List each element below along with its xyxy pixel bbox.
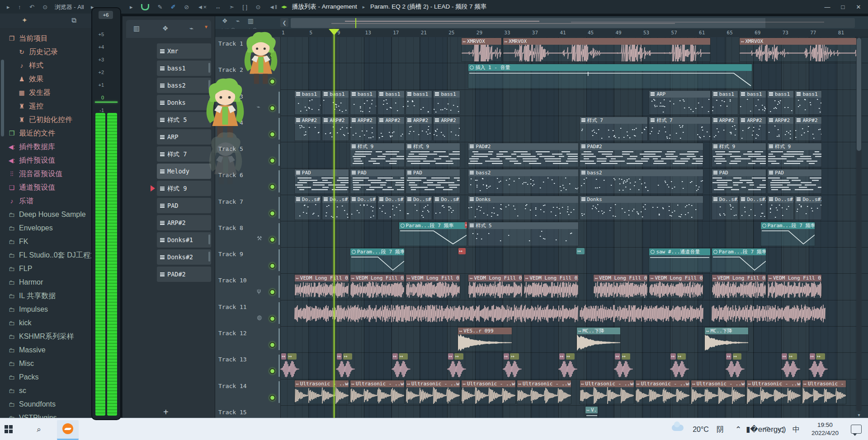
pattern-menu-icon[interactable] xyxy=(160,238,165,242)
pattern-menu-icon[interactable] xyxy=(160,49,165,53)
playlist-clip[interactable]: ARP#2 xyxy=(767,117,794,141)
browser-item[interactable]: 🗀Harmor xyxy=(6,276,43,289)
volume-icon[interactable]: ◁) xyxy=(775,418,788,440)
playlist-clip[interactable]: ARP#2 xyxy=(350,117,377,141)
snap-magnet-icon[interactable] xyxy=(141,4,149,10)
playlist-clip[interactable]: PAD xyxy=(712,169,766,193)
playlist-clip-small[interactable]: ↦ xyxy=(677,353,686,360)
playlist-clip[interactable]: PAD xyxy=(406,169,460,193)
track-name[interactable]: Track 7 xyxy=(218,198,243,205)
playlist-clip[interactable]: 样式 9 xyxy=(712,143,766,167)
playlist-clip[interactable]: ↦VEDM Long Fill 021 xyxy=(406,274,460,299)
playlist-clip[interactable]: PAD xyxy=(350,169,405,193)
browser-item[interactable]: 🗀FLP xyxy=(6,262,32,276)
playlist-clip[interactable]: Param...段 7 频率 xyxy=(760,222,815,246)
playlist-clip[interactable]: PAD xyxy=(767,169,822,193)
playlist-clip[interactable]: ↦VEDM Long Fill 021 xyxy=(649,274,703,299)
timeline-ruler[interactable]: 159131721252933374145495357616569737781 xyxy=(215,29,868,37)
pattern-row[interactable]: PAD xyxy=(157,198,211,213)
scrollbar-handle[interactable] xyxy=(857,38,861,151)
browser-item[interactable]: ❏通道预设值 xyxy=(6,181,55,194)
overview-back-button[interactable]: ❮ xyxy=(280,18,288,27)
mute-tool-icon[interactable]: ◄× xyxy=(198,0,207,14)
notes-tab-icon[interactable]: ▥ xyxy=(248,17,254,24)
playlist-clip[interactable]: Do..s#1 xyxy=(350,196,377,220)
playlist-clip[interactable]: ↦Ultrasonic - ..wnlift xyxy=(635,380,690,404)
playlist-clip[interactable]: Do..s#2 xyxy=(767,196,794,220)
playlist-clip[interactable]: ↦Ultrasonic - ..wnlifter 01 xyxy=(691,380,745,404)
pattern-row[interactable]: ARP#2 xyxy=(157,215,211,230)
pattern-row[interactable]: 样式 9 xyxy=(157,181,211,196)
playlist-clip[interactable]: 样式 9 xyxy=(767,143,822,167)
playlist-clip[interactable]: bass2 xyxy=(580,169,704,193)
playlist-clip[interactable]: ARP#2 xyxy=(294,117,321,141)
playlist-clip[interactable]: ↦VEDM Long Fill 021 xyxy=(767,274,822,299)
paint-tool-icon[interactable]: ✐ xyxy=(171,0,176,14)
hidden-icons-chevron[interactable]: ⌃ xyxy=(731,418,745,440)
browser-item[interactable]: ♪乐谱 xyxy=(6,194,33,208)
playlist-clip-small[interactable]: ↦ xyxy=(782,353,787,360)
pattern-menu-icon[interactable] xyxy=(160,221,165,225)
playlist-clip[interactable]: Do..s#2 xyxy=(795,196,822,220)
minimize-button[interactable]: — xyxy=(821,0,834,14)
playlist-clip[interactable]: bass1 xyxy=(795,90,822,115)
playhead-marker[interactable] xyxy=(329,29,340,35)
start-button[interactable] xyxy=(5,418,23,440)
playlist-clip-small[interactable]: ↦ xyxy=(576,248,585,254)
pattern-menu-icon[interactable] xyxy=(160,272,165,276)
browser-item[interactable]: 🗀Packs xyxy=(6,370,39,384)
slice-tool-icon[interactable]: ✎ xyxy=(157,0,162,14)
playlist-clip-small[interactable]: ↦ xyxy=(288,353,297,360)
browser-item[interactable]: 🗀VSTPlugins xyxy=(6,411,57,418)
track-name[interactable]: Track 2 xyxy=(218,66,243,73)
playlist-clip[interactable]: ↦VEDM Long Fill 021 xyxy=(350,274,405,299)
browser-item[interactable]: 🗀sc xyxy=(6,384,26,398)
browser-item[interactable]: 🗀Envelopes xyxy=(6,221,53,235)
browser-item[interactable]: ♪样式 xyxy=(16,59,43,72)
close-button[interactable]: ✕ xyxy=(852,0,865,14)
pattern-menu-icon[interactable] xyxy=(160,66,165,70)
track-name[interactable]: Track 1 xyxy=(218,40,243,47)
weather-condition[interactable]: 阴 xyxy=(714,418,726,440)
browser-item[interactable]: ❐当前项目 xyxy=(6,32,48,45)
preview-tool-icon[interactable]: ◄‖ xyxy=(269,0,277,14)
clips-tab-icon[interactable]: ❖ xyxy=(222,17,228,24)
track-name[interactable]: Track 12 xyxy=(218,330,247,337)
playlist-clip[interactable]: ARP#2 xyxy=(712,117,739,141)
playlist-clip[interactable]: PAD#2 xyxy=(468,143,578,167)
playlist-clip[interactable]: ↦Ultrasonic - ..wnlift xyxy=(294,380,349,404)
playlist-clip-small[interactable]: ↦ xyxy=(343,353,352,360)
playlist-clip[interactable]: saw #...通道音量 xyxy=(649,248,710,272)
pattern-menu-icon[interactable] xyxy=(160,169,165,173)
playlist-clip-small[interactable]: ↦ xyxy=(810,353,815,360)
ime-indicator[interactable]: 中 xyxy=(789,418,803,440)
playlist-clip[interactable]: ↦V..4 xyxy=(585,406,598,418)
playlist-audio-wave[interactable] xyxy=(712,304,826,323)
delete-tool-icon[interactable]: ⊘ xyxy=(184,0,189,14)
playlist-clip[interactable]: 样式 7 xyxy=(649,117,710,141)
search-icon[interactable]: ⌕ xyxy=(30,418,48,440)
browser-scrollbar[interactable] xyxy=(1,60,4,136)
playlist-clip[interactable]: ↦VEDM Long Fill 021 xyxy=(712,274,766,299)
playlist-clip[interactable]: ARP#2 xyxy=(406,117,433,141)
track-mute-led[interactable] xyxy=(269,105,275,111)
browser-item[interactable]: 🗀FL Studio..0套 DJ工程文件 xyxy=(6,248,105,262)
pattern-row[interactable]: PAD#2 xyxy=(157,267,211,282)
browser-item[interactable]: 🗀Deep House Sample xyxy=(6,208,86,221)
playlist-clip-small[interactable]: ↦ xyxy=(454,353,463,360)
playlist-clip[interactable]: ↦XMRVOX xyxy=(739,37,857,62)
browser-item[interactable]: 🗀IL 共享数据 xyxy=(6,289,56,303)
maximize-button[interactable]: □ xyxy=(836,0,850,14)
browser-item[interactable]: 🗀kick xyxy=(6,316,32,330)
playlist-clip[interactable]: bass1 xyxy=(377,90,405,115)
pattern-menu-icon[interactable] xyxy=(160,255,165,259)
track-name[interactable]: Track 15 xyxy=(218,409,247,416)
playlist-clip-small[interactable]: ↦ xyxy=(670,353,676,360)
playlist-clip[interactable]: ARP xyxy=(649,90,710,115)
sparkle-icon[interactable]: ✦ xyxy=(22,16,28,24)
playlist-clip[interactable]: ARP#2 xyxy=(322,117,349,141)
track-name[interactable]: Track 10 xyxy=(218,277,247,284)
piano-roll-icon[interactable]: ▥ xyxy=(133,24,140,33)
playlist-clip[interactable]: 样式 5 xyxy=(468,222,578,246)
volume-meter[interactable]: +6 +5+4+3+2+10-1 xyxy=(91,7,121,420)
